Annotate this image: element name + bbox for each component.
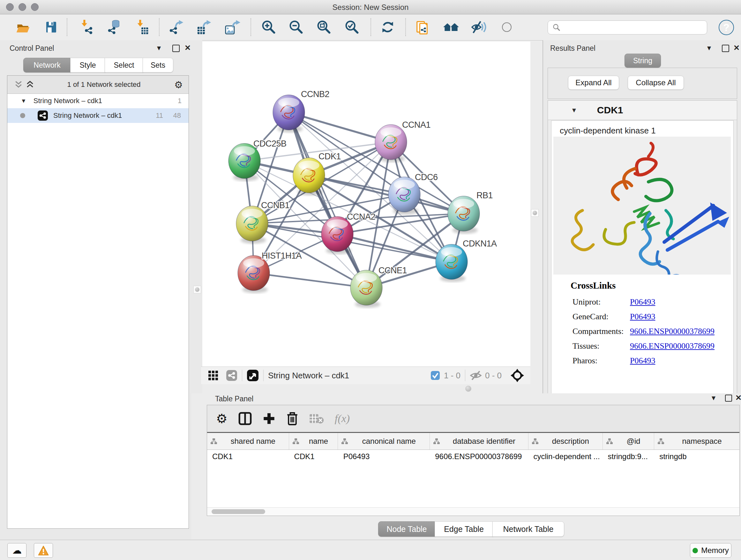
toolbar-separator: [159, 18, 159, 36]
network-node-rb1[interactable]: RB1: [448, 191, 493, 234]
fit-selected-crosshair-icon[interactable]: [511, 369, 524, 382]
graphics-details-button[interactable]: [470, 18, 488, 37]
column-header-shared-name[interactable]: shared name: [207, 433, 289, 449]
tab-style[interactable]: Style: [70, 58, 105, 72]
import-network-database-button[interactable]: [105, 18, 123, 37]
tab-sets[interactable]: Sets: [143, 58, 173, 72]
level-of-detail-button[interactable]: [498, 18, 516, 37]
hidden-elements-icon[interactable]: [470, 370, 482, 381]
cell-database-identifier[interactable]: 9606.ENSP00000378699: [430, 452, 528, 461]
zoom-out-button[interactable]: [287, 18, 305, 37]
network-edge[interactable]: [254, 273, 366, 288]
crosslink-genecard-link[interactable]: P06493: [630, 312, 655, 321]
gene-collapse-triangle-icon[interactable]: ▼: [571, 107, 577, 114]
network-node-cdk1[interactable]: CDK1: [293, 152, 341, 195]
left-splitter-handle[interactable]: [193, 286, 201, 294]
import-network-file-button[interactable]: [78, 18, 96, 37]
save-session-button[interactable]: [42, 18, 60, 37]
selected-checkbox-icon[interactable]: [430, 371, 440, 380]
tab-network-table[interactable]: Network Table: [492, 521, 564, 537]
column-header-name[interactable]: name: [289, 433, 338, 449]
column-header-canonical-name[interactable]: canonical name: [338, 433, 430, 449]
expand-all-button[interactable]: Expand All: [568, 76, 619, 90]
network-node-cdc6[interactable]: CDC6: [388, 172, 438, 214]
network-options-gear-icon[interactable]: ⚙: [174, 79, 183, 90]
export-network-button[interactable]: [168, 18, 186, 37]
detach-view-icon[interactable]: [247, 369, 259, 381]
crosslink-tissues-link[interactable]: 9606.ENSP00000378699: [630, 341, 715, 351]
current-network-icon[interactable]: [226, 370, 238, 381]
right-splitter-handle[interactable]: [531, 209, 539, 217]
cell-name[interactable]: CDK1: [289, 452, 338, 461]
column-header-id[interactable]: @id: [603, 433, 654, 449]
table-panel-close-icon[interactable]: ✕: [735, 394, 741, 401]
results-panel-close-icon[interactable]: ✕: [733, 44, 740, 52]
control-panel-close-icon[interactable]: ✕: [185, 44, 191, 52]
gene-section-header[interactable]: ▼ CDK1: [548, 101, 737, 120]
tab-select[interactable]: Select: [105, 58, 143, 72]
zoom-fit-button[interactable]: [315, 18, 333, 37]
collection-expand-triangle-icon[interactable]: ▼: [21, 98, 26, 105]
crosslink-compartments-link[interactable]: 9606.ENSP00000378699: [630, 327, 715, 336]
table-panel-float-icon[interactable]: [725, 395, 732, 401]
results-panel-collapse-icon[interactable]: ▾: [707, 44, 711, 52]
delete-column-trash-icon[interactable]: [286, 412, 298, 426]
import-table-button[interactable]: [133, 18, 151, 37]
zoom-in-button[interactable]: [260, 18, 278, 37]
node-label: HIST1H1A: [262, 251, 302, 260]
network-node-ccnb2[interactable]: CCNB2: [273, 89, 329, 132]
table-settings-gear-icon[interactable]: ⚙: [216, 411, 227, 426]
tab-edge-table[interactable]: Edge Table: [434, 521, 493, 537]
memory-button[interactable]: Memory: [690, 543, 731, 558]
scrollbar-thumb[interactable]: [212, 509, 265, 514]
network-node-hist1h1a[interactable]: HIST1H1A: [238, 251, 302, 293]
add-column-icon[interactable]: [263, 412, 275, 425]
tab-network[interactable]: Network: [23, 58, 71, 72]
network-node-ccne1[interactable]: CCNE1: [350, 266, 407, 308]
show-columns-icon[interactable]: [239, 412, 252, 425]
cell-id[interactable]: stringdb:9...: [603, 452, 654, 461]
export-table-button[interactable]: [195, 18, 213, 37]
column-header-database-identifier[interactable]: database identifier: [430, 433, 529, 449]
table-panel-collapse-icon[interactable]: ▾: [712, 394, 716, 401]
control-panel-collapse-icon[interactable]: ▾: [157, 44, 161, 52]
column-header-namespace[interactable]: namespace: [654, 433, 739, 449]
crosslink-uniprot-link[interactable]: P06493: [630, 297, 655, 307]
crosslink-pharos-link[interactable]: P06493: [630, 356, 655, 366]
cell-shared-name[interactable]: CDK1: [207, 452, 289, 461]
cell-canonical-name[interactable]: P06493: [338, 452, 430, 461]
export-image-button[interactable]: [224, 18, 242, 37]
first-neighbors-icon: [443, 20, 459, 34]
warnings-button[interactable]: [34, 543, 53, 558]
collapse-all-icon[interactable]: [15, 81, 22, 88]
apply-layout-button[interactable]: [379, 18, 397, 37]
zoom-selected-button[interactable]: [343, 18, 361, 37]
table-row[interactable]: CDK1 CDK1 P06493 9606.ENSP00000378699 cy…: [207, 450, 739, 463]
search-input[interactable]: [564, 23, 707, 32]
open-session-button[interactable]: [14, 18, 32, 37]
tab-node-table[interactable]: Node Table: [378, 521, 435, 537]
column-header-description[interactable]: description: [529, 433, 603, 449]
new-network-from-selection-button[interactable]: [414, 18, 431, 37]
tab-string[interactable]: String: [624, 54, 661, 68]
network-canvas[interactable]: CCNB2CCNA1CDC25BCDK1CDC6RB1CCNB1CCNA2CDK…: [202, 42, 530, 367]
cell-namespace[interactable]: stringdb: [654, 452, 739, 461]
network-edge[interactable]: [289, 112, 366, 288]
control-panel-float-icon[interactable]: [172, 45, 180, 52]
network-collection-row[interactable]: ▼ String Network – cdk1 1: [7, 94, 189, 108]
network-node-cdkn1a[interactable]: CDKN1A: [435, 239, 497, 282]
cloud-status-button[interactable]: ☁: [7, 543, 26, 558]
table-horizontal-scrollbar[interactable]: [207, 507, 739, 516]
cell-description[interactable]: cyclin-dependent ...: [528, 452, 603, 461]
horizontal-splitter-handle[interactable]: [465, 386, 471, 392]
collapse-all-button[interactable]: Collapse All: [628, 76, 684, 90]
network-node-ccna1[interactable]: CCNA1: [375, 120, 430, 162]
right-splitter[interactable]: [530, 42, 542, 367]
left-splitter[interactable]: [192, 40, 202, 393]
expand-all-icon[interactable]: [26, 81, 33, 88]
help-button[interactable]: ?: [718, 19, 735, 37]
view-grid-icon[interactable]: [208, 370, 218, 381]
first-neighbors-button[interactable]: [442, 18, 460, 37]
network-row-selected[interactable]: String Network – cdk1 11 48: [7, 108, 189, 123]
results-panel-float-icon[interactable]: [722, 45, 729, 52]
